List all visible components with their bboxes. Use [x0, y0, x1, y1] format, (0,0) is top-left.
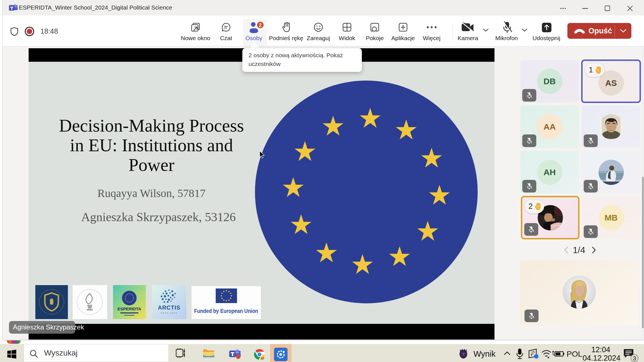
svg-text:3: 3 [633, 355, 636, 361]
svg-text:ESPERIDTA: ESPERIDTA [118, 306, 141, 311]
svg-text:ARCTIS: ARCTIS [158, 304, 180, 311]
svg-text:Funded by European Union: Funded by European Union [194, 308, 258, 314]
svg-text:ESTD 2024: ESTD 2024 [161, 312, 177, 314]
svg-text:2: 2 [259, 22, 262, 28]
